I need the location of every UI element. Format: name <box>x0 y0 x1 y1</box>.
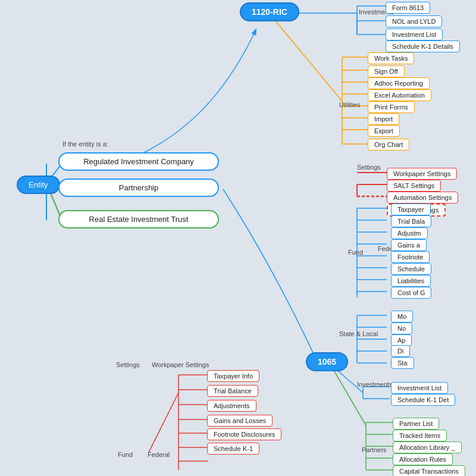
adhoc-reporting-item[interactable]: Adhoc Reporting <box>368 77 430 89</box>
entity-label: Entity <box>17 176 60 194</box>
fund-top-label: Fund <box>348 249 363 256</box>
cost-of-top-item[interactable]: Cost of G <box>391 287 431 299</box>
partnership-node[interactable]: Partnership <box>58 178 219 197</box>
svg-line-11 <box>269 13 342 101</box>
entity-node[interactable]: Entity <box>17 176 60 194</box>
liabilities-top-item[interactable]: Liabilities <box>391 275 431 287</box>
workpaper-settings-top-item[interactable]: Workpaper Settings <box>387 168 457 180</box>
ap-item[interactable]: Ap <box>391 334 412 346</box>
gains-losses-top-item[interactable]: Gains a <box>391 239 427 251</box>
taxpayer-top-item[interactable]: Taxpayer <box>391 203 431 215</box>
footnote-top-item[interactable]: Footnote <box>391 251 430 263</box>
automation-settings-item[interactable]: Automation Settings <box>387 192 458 203</box>
sign-off-item[interactable]: Sign Off <box>368 65 405 77</box>
investment-list-mid-item[interactable]: Investment List <box>391 382 448 394</box>
utilities-label: Utilities <box>339 101 360 108</box>
form8613-item[interactable]: Form 8613 <box>386 2 430 14</box>
form-1120ric-node[interactable]: 1120-RIC <box>240 2 299 21</box>
schedule-k1-details-top-item[interactable]: Schedule K-1 Details <box>386 40 460 52</box>
investments-mid-label: Investments <box>357 381 392 388</box>
partners-label: Partners <box>362 446 387 453</box>
print-forms-item[interactable]: Print Forms <box>368 101 415 113</box>
work-tasks-item[interactable]: Work Tasks <box>368 52 414 64</box>
sta1-item[interactable]: Sta <box>391 357 414 369</box>
form-1120ric-label: 1120-RIC <box>240 2 299 21</box>
workpaper-settings-bot-label: Workpaper Settings <box>152 361 209 368</box>
nol-lyld-item[interactable]: NOL and LYLD <box>386 15 442 27</box>
settings-top-label: Settings <box>357 164 381 171</box>
adjustments-bot-item[interactable]: Adjustments <box>207 400 256 412</box>
tracked-items-item[interactable]: Tracked Items <box>393 430 447 441</box>
footnote-disclosures-item[interactable]: Footnote Disclosures <box>207 428 281 440</box>
partner-list-item[interactable]: Partner List <box>393 418 439 430</box>
ric-label: Regulated Investment Company <box>58 152 219 171</box>
state-local-label: State & Local <box>339 330 378 337</box>
form-1065-node[interactable]: 1065 <box>306 352 348 371</box>
ric-node[interactable]: Regulated Investment Company <box>58 152 219 171</box>
taxpayer-bot-item[interactable]: Taxpayer Info <box>207 370 259 382</box>
export-item[interactable]: Export <box>368 125 400 137</box>
svg-line-45 <box>330 364 366 425</box>
excel-automation-item[interactable]: Excel Automation <box>368 89 431 101</box>
adjustments-top-item[interactable]: Adjustm <box>391 227 428 239</box>
federal-bot-label: Federal <box>148 451 170 458</box>
reit-label: Real Estate Investment Trust <box>58 210 219 228</box>
partnership-label: Partnership <box>58 178 219 197</box>
salt-settings-item[interactable]: SALT Settings <box>387 180 441 192</box>
di-item[interactable]: Di <box>391 345 410 357</box>
trial-balance-top-item[interactable]: Trial Bala <box>391 215 431 227</box>
no-item[interactable]: No <box>391 322 412 334</box>
allocation-library-item[interactable]: Allocation Library _ <box>393 441 462 453</box>
org-chart-item[interactable]: Org Chart <box>368 139 409 151</box>
if-entity-label: If the entity is a: <box>62 140 108 148</box>
form-1065-label: 1065 <box>306 352 348 371</box>
investment-list-top-item[interactable]: Investment List <box>386 29 443 40</box>
fund-bot-label: Fund <box>118 451 133 458</box>
schedule-k1-bot-item[interactable]: Schedule K-1 <box>207 443 259 455</box>
reit-node[interactable]: Real Estate Investment Trust <box>58 210 219 228</box>
schedules-top-item[interactable]: Schedule <box>391 263 431 275</box>
svg-line-52 <box>149 393 178 452</box>
allocation-rules-item[interactable]: Allocation Rules <box>393 453 453 465</box>
settings-bot-label: Settings <box>116 361 140 368</box>
trial-balance-bot-item[interactable]: Trial Balance <box>207 385 258 397</box>
gains-losses-bot-item[interactable]: Gains and Losses <box>207 415 273 427</box>
import-item[interactable]: Import <box>368 113 399 125</box>
schedule-k1-det-item[interactable]: Schedule K-1 Det <box>391 394 455 406</box>
mo-item[interactable]: Mo <box>391 311 413 322</box>
capital-transactions-item[interactable]: Capital Transactions <box>393 465 465 476</box>
